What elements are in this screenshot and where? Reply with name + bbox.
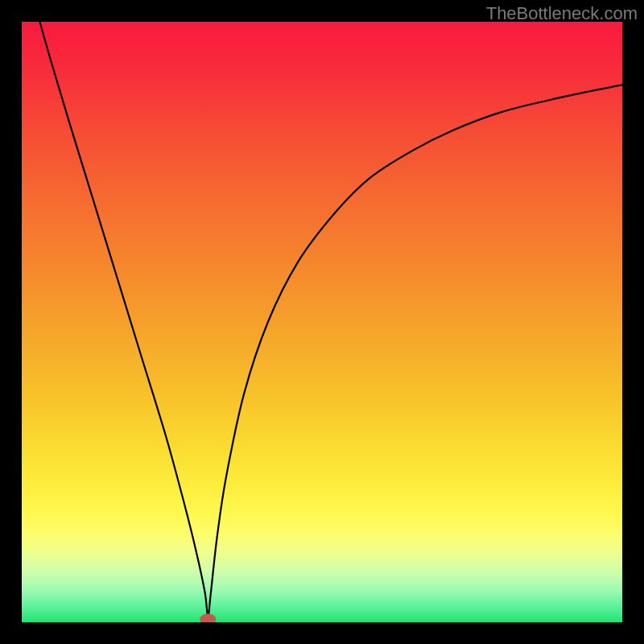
optimal-marker	[200, 613, 216, 622]
curve-layer	[22, 22, 622, 622]
bottleneck-curve	[39, 22, 622, 617]
plot-area	[22, 22, 622, 622]
chart-container: TheBottleneck.com	[0, 0, 644, 644]
watermark-text: TheBottleneck.com	[486, 3, 638, 24]
